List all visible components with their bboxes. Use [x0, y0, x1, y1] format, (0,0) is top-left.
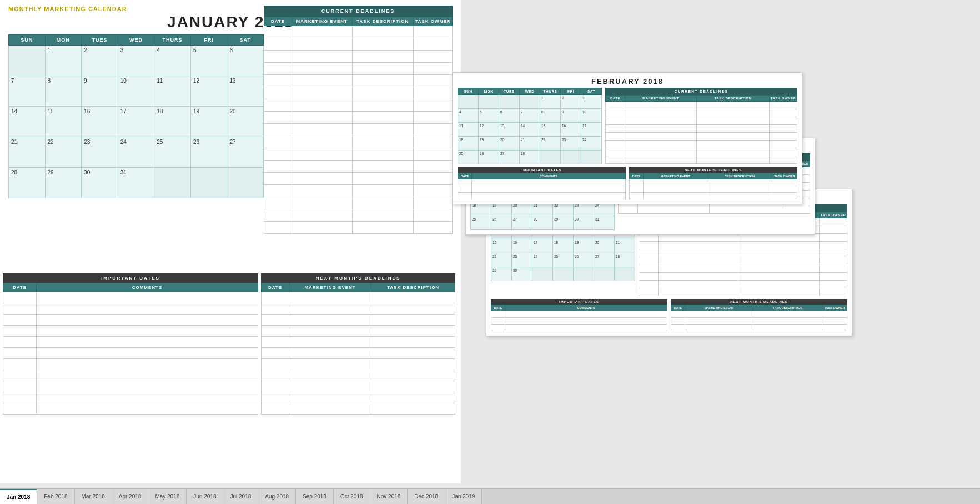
table-cell[interactable]: 26	[574, 253, 594, 267]
tab-jun-2018[interactable]: Jun 2018	[187, 489, 223, 504]
table-cell[interactable]: 16	[82, 107, 118, 137]
table-cell[interactable]: 3	[581, 95, 602, 109]
table-cell[interactable]	[491, 318, 505, 325]
table-cell[interactable]	[770, 117, 797, 125]
table-cell[interactable]: 21	[9, 137, 46, 168]
table-cell[interactable]	[630, 186, 644, 193]
table-cell[interactable]	[820, 234, 847, 242]
table-cell[interactable]	[639, 265, 659, 273]
table-cell[interactable]	[264, 75, 292, 87]
table-cell[interactable]	[352, 26, 413, 38]
table-cell[interactable]	[659, 249, 738, 257]
table-cell[interactable]	[289, 370, 371, 381]
table-cell[interactable]: 20	[499, 137, 520, 151]
table-cell[interactable]	[606, 141, 625, 148]
table-cell[interactable]: 17	[581, 123, 602, 137]
table-cell[interactable]	[37, 392, 258, 403]
table-cell[interactable]	[227, 168, 264, 198]
table-cell[interactable]	[190, 168, 227, 198]
table-cell[interactable]	[710, 206, 782, 214]
table-cell[interactable]	[262, 292, 289, 303]
table-cell[interactable]	[292, 161, 353, 173]
table-cell[interactable]	[671, 318, 685, 325]
table-cell[interactable]: 25	[553, 253, 574, 267]
table-cell[interactable]: 22	[491, 253, 512, 267]
table-cell[interactable]: 3	[118, 46, 154, 76]
table-cell[interactable]	[264, 112, 292, 124]
table-cell[interactable]	[820, 288, 847, 296]
table-cell[interactable]	[352, 99, 413, 112]
table-cell[interactable]	[414, 209, 453, 222]
table-cell[interactable]	[352, 209, 413, 222]
table-cell[interactable]	[820, 242, 847, 249]
table-cell[interactable]	[772, 179, 797, 186]
table-cell[interactable]: 15	[540, 123, 561, 137]
table-cell[interactable]: 26	[190, 137, 227, 168]
table-cell[interactable]: 8	[45, 76, 82, 107]
table-cell[interactable]	[292, 148, 353, 161]
table-cell[interactable]	[822, 318, 847, 325]
table-cell[interactable]	[292, 87, 353, 99]
table-cell[interactable]	[458, 179, 472, 186]
table-cell[interactable]	[262, 315, 289, 326]
table-cell[interactable]	[594, 267, 615, 281]
table-cell[interactable]	[782, 206, 810, 214]
table-cell[interactable]	[770, 102, 797, 109]
table-cell[interactable]: 19	[479, 137, 499, 151]
tab-feb-2018[interactable]: Feb 2018	[37, 489, 74, 504]
table-cell[interactable]	[639, 288, 659, 296]
table-cell[interactable]	[644, 193, 707, 199]
table-cell[interactable]	[671, 325, 685, 331]
table-cell[interactable]	[264, 209, 292, 222]
table-cell[interactable]	[820, 273, 847, 281]
tab-mar-2018[interactable]: Mar 2018	[75, 489, 112, 504]
table-cell[interactable]	[292, 197, 353, 209]
table-cell[interactable]	[264, 161, 292, 173]
table-cell[interactable]	[697, 148, 770, 156]
table-cell[interactable]	[606, 148, 625, 156]
table-cell[interactable]: 5	[190, 46, 227, 76]
table-cell[interactable]	[264, 148, 292, 161]
table-cell[interactable]: 23	[512, 253, 532, 267]
table-cell[interactable]	[371, 381, 455, 392]
table-cell[interactable]: 19	[190, 107, 227, 137]
table-cell[interactable]	[738, 281, 819, 288]
table-cell[interactable]	[772, 193, 797, 199]
tab-jan-2018[interactable]: Jan 2018	[0, 489, 37, 504]
table-cell[interactable]	[292, 124, 353, 136]
table-cell[interactable]	[414, 87, 453, 99]
table-cell[interactable]	[154, 168, 191, 198]
table-cell[interactable]: 29	[553, 216, 574, 230]
table-cell[interactable]: 7	[520, 109, 540, 123]
table-cell[interactable]: 21	[520, 137, 540, 151]
table-cell[interactable]	[37, 337, 258, 348]
table-cell[interactable]	[561, 151, 581, 164]
table-cell[interactable]	[414, 51, 453, 63]
table-cell[interactable]	[352, 185, 413, 197]
table-cell[interactable]	[472, 193, 626, 199]
table-cell[interactable]	[3, 326, 37, 337]
table-cell[interactable]	[820, 281, 847, 288]
table-cell[interactable]	[37, 348, 258, 359]
table-cell[interactable]	[606, 102, 625, 109]
table-cell[interactable]	[371, 348, 455, 359]
table-cell[interactable]	[574, 267, 594, 281]
table-cell[interactable]: 24	[532, 253, 553, 267]
table-cell[interactable]	[491, 311, 505, 318]
table-cell[interactable]	[292, 173, 353, 185]
table-cell[interactable]	[352, 112, 413, 124]
table-cell[interactable]	[414, 26, 453, 38]
table-cell[interactable]: 30	[512, 267, 532, 281]
table-cell[interactable]	[671, 311, 685, 318]
table-cell[interactable]	[738, 257, 819, 265]
table-cell[interactable]	[697, 125, 770, 133]
tab-jul-2018[interactable]: Jul 2018	[223, 489, 258, 504]
table-cell[interactable]	[264, 185, 292, 197]
table-cell[interactable]	[37, 359, 258, 370]
table-cell[interactable]: 18	[458, 137, 479, 151]
table-cell[interactable]	[630, 179, 644, 186]
table-cell[interactable]: 23	[82, 137, 118, 168]
table-cell[interactable]	[520, 95, 540, 109]
table-cell[interactable]	[264, 136, 292, 148]
table-cell[interactable]	[292, 209, 353, 222]
